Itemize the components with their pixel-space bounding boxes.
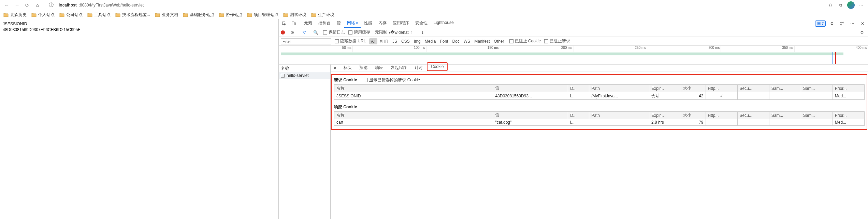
- filter-type[interactable]: Manifest: [473, 38, 491, 44]
- devtools-tab[interactable]: 元素: [301, 19, 315, 28]
- bookmark-item[interactable]: 个人站点: [31, 12, 55, 18]
- devtools-tab[interactable]: 控制台: [316, 19, 333, 28]
- show-filtered-checkbox[interactable]: 显示已筛选掉的请求 Cookie: [364, 77, 420, 83]
- table-header[interactable]: D..: [568, 85, 589, 92]
- forward-button[interactable]: →: [12, 0, 22, 10]
- bookmark-item[interactable]: 测试环境: [283, 12, 306, 18]
- inspect-icon[interactable]: [280, 19, 288, 28]
- online-offline-icon[interactable]: �widehat: [395, 28, 404, 37]
- blocked-cookie-checkbox[interactable]: 已阻止 Cookie: [509, 38, 541, 44]
- table-row[interactable]: JSESSIONID48D03081569D93...l.../MyFirstJ…: [334, 92, 865, 100]
- table-row[interactable]: cart"cat,dog"l...2.8 hrs79Med...: [334, 119, 865, 126]
- devtools-tab[interactable]: 性能: [361, 19, 375, 28]
- favorites-icon[interactable]: ✩: [826, 0, 835, 10]
- device-toggle-icon[interactable]: [290, 19, 298, 28]
- bookmark-item[interactable]: 业务文档: [155, 12, 178, 18]
- record-button[interactable]: [281, 30, 285, 35]
- devtools-tab[interactable]: Lighthouse: [431, 19, 457, 28]
- throttling-select[interactable]: 无限制 ▾: [374, 29, 392, 35]
- bookmark-item[interactable]: 协作站点: [219, 12, 242, 18]
- import-har-icon[interactable]: ⭱: [407, 28, 415, 37]
- bookmark-item[interactable]: 北森历史: [3, 12, 27, 18]
- filter-type[interactable]: XHR: [378, 38, 390, 44]
- bookmark-item[interactable]: 公司站点: [59, 12, 83, 18]
- close-detail-icon[interactable]: ✕: [331, 65, 339, 71]
- messages-badge[interactable]: ▤7: [815, 20, 826, 27]
- detail-tab[interactable]: 预览: [356, 64, 371, 71]
- filter-toggle-icon[interactable]: ▽: [300, 28, 308, 37]
- detail-tab[interactable]: 计时: [411, 64, 426, 71]
- table-header[interactable]: Sam...: [769, 85, 801, 92]
- request-row-checkbox[interactable]: [281, 74, 285, 78]
- table-header[interactable]: Expir...: [649, 112, 681, 119]
- bookmark-item[interactable]: 工具站点: [87, 12, 111, 18]
- back-button[interactable]: ←: [2, 0, 12, 10]
- profile-avatar[interactable]: [846, 0, 856, 10]
- disable-cache-checkbox[interactable]: 禁用缓存: [348, 29, 370, 35]
- blocked-request-checkbox[interactable]: 已阻止请求: [544, 38, 570, 44]
- table-header[interactable]: Sam...: [769, 112, 801, 119]
- close-devtools-icon[interactable]: ✕: [858, 19, 867, 28]
- bookmark-item[interactable]: 技术流程规范...: [115, 12, 150, 18]
- settings-icon[interactable]: ⚙: [828, 19, 836, 28]
- more-icon[interactable]: ⋯: [848, 19, 856, 28]
- devtools-tab[interactable]: 安全性: [413, 19, 430, 28]
- table-header[interactable]: Expir...: [649, 85, 681, 92]
- request-row[interactable]: hello-servlet: [279, 72, 330, 79]
- response-cookies-table: 名称值D..PathExpir...大小Http...Secu...Sam...…: [334, 111, 865, 126]
- overflow-menu[interactable]: ⋯: [856, 0, 866, 10]
- table-header[interactable]: Secu...: [737, 112, 769, 119]
- home-button[interactable]: ⌂: [33, 0, 42, 10]
- table-header[interactable]: Http...: [706, 85, 737, 92]
- timeline[interactable]: 50 ms100 ms150 ms200 ms250 ms300 ms350 m…: [279, 46, 868, 65]
- preserve-log-checkbox[interactable]: 保留日志: [323, 29, 345, 35]
- table-header[interactable]: Prior...: [833, 112, 864, 119]
- dock-icon[interactable]: [838, 19, 846, 28]
- bookmark-item[interactable]: 项目管理站点: [247, 12, 278, 18]
- collections-icon[interactable]: ⧉: [836, 0, 845, 10]
- table-header[interactable]: Path: [589, 85, 649, 92]
- filter-type[interactable]: Font: [438, 38, 450, 44]
- table-header[interactable]: Sam...: [801, 112, 833, 119]
- table-header[interactable]: Sam...: [801, 85, 833, 92]
- detail-tab[interactable]: 标头: [340, 64, 355, 71]
- site-info-icon[interactable]: ⓘ: [46, 0, 56, 10]
- table-header[interactable]: 大小: [681, 85, 706, 92]
- devtools-tab[interactable]: 网络×: [344, 19, 361, 28]
- table-header[interactable]: 名称: [334, 85, 493, 92]
- network-settings-icon[interactable]: ⚙: [858, 28, 866, 37]
- filter-type[interactable]: Media: [423, 38, 438, 44]
- table-header[interactable]: Path: [589, 112, 649, 119]
- hide-data-urls-checkbox[interactable]: 隐藏数据 URL: [335, 38, 366, 44]
- filter-type[interactable]: WS: [462, 38, 472, 44]
- filter-type[interactable]: CSS: [400, 38, 411, 44]
- filter-type[interactable]: Other: [492, 38, 506, 44]
- devtools-tab[interactable]: 应用程序: [390, 19, 412, 28]
- table-header[interactable]: Http...: [706, 112, 737, 119]
- table-header[interactable]: Prior...: [833, 85, 864, 92]
- detail-tab[interactable]: 发起程序: [387, 64, 410, 71]
- table-header[interactable]: 值: [493, 112, 568, 119]
- devtools-tab[interactable]: 内存: [376, 19, 389, 28]
- search-icon[interactable]: 🔍: [312, 28, 320, 37]
- devtools-tab[interactable]: 源: [334, 19, 344, 28]
- filter-type[interactable]: Doc: [450, 38, 461, 44]
- detail-tab[interactable]: 响应: [372, 64, 387, 71]
- filter-input[interactable]: [281, 38, 331, 44]
- export-har-icon[interactable]: ⭳: [419, 28, 427, 37]
- clear-button[interactable]: ⊘: [288, 28, 296, 37]
- reload-button[interactable]: ⟳: [23, 0, 32, 10]
- table-header[interactable]: 值: [493, 85, 568, 92]
- filter-type[interactable]: JS: [391, 38, 399, 44]
- filter-type[interactable]: All: [369, 38, 377, 44]
- detail-tab[interactable]: Cookie: [427, 62, 448, 71]
- table-header[interactable]: 大小: [681, 112, 706, 119]
- table-header[interactable]: Secu...: [737, 85, 769, 92]
- bookmark-item[interactable]: 基础服务站点: [183, 12, 214, 18]
- table-header[interactable]: 名称: [334, 112, 493, 119]
- address-bar[interactable]: localhost:8080/MyFirstJavaWeb/hello-serv…: [59, 3, 195, 8]
- bookmark-item[interactable]: 生产环境: [311, 12, 334, 18]
- url-path: :8080/MyFirstJavaWeb/hello-servlet: [79, 3, 144, 8]
- filter-type[interactable]: Img: [412, 38, 422, 44]
- table-header[interactable]: D..: [568, 112, 589, 119]
